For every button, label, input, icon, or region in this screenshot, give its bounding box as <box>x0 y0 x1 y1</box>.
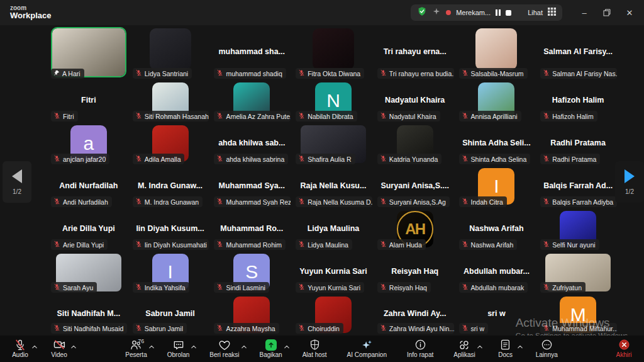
participant-tile[interactable]: Suryani Anisa,S....Suryani Anisa,S.Ag <box>374 166 456 209</box>
participant-tile[interactable]: Lidya MaulinaLidya Maulina <box>292 209 374 252</box>
participant-name-label: Andi Nurfadilah <box>51 196 112 207</box>
muted-mic-icon <box>543 112 550 120</box>
participant-tile[interactable]: Shafira Aulia R <box>292 123 374 166</box>
participant-tile[interactable]: Abdullah mubar...Abdullah mubarak <box>456 252 538 295</box>
participant-tile[interactable]: Choiruddin <box>292 295 374 336</box>
next-page-button[interactable]: 1/2 <box>615 161 644 203</box>
shield-check-icon[interactable] <box>417 6 427 19</box>
participant-tile[interactable]: AHAlam Huda <box>374 209 456 252</box>
participant-tile[interactable]: Muhammad Sya...Muhammad Syah Reza <box>211 166 292 209</box>
participant-tile[interactable]: Salman Al Farisy...Salman Al Farisy Nas.… <box>537 26 619 81</box>
participant-tile[interactable]: A Hari <box>48 26 130 81</box>
share-button[interactable]: Bagikan <box>256 336 286 362</box>
participant-tile[interactable]: Annisa Aprilliani <box>456 81 538 123</box>
meeting-info-button[interactable]: Info rapat <box>403 336 437 362</box>
participant-tile[interactable]: Radhi PratamaRadhi Pratama <box>537 123 619 166</box>
participant-tile[interactable]: Andi NurfadilahAndi Nurfadilah <box>48 166 130 209</box>
chevron-up-icon[interactable] <box>241 341 247 352</box>
participant-tile[interactable]: FitriFitri <box>48 81 130 123</box>
participant-tile[interactable]: Katdria Yunanda <box>374 123 456 166</box>
participant-tile[interactable]: Sabrun JamilSabrun Jamil <box>130 295 211 336</box>
participant-display-name: muhammad sha... <box>212 47 291 56</box>
participant-tile[interactable]: Balqis Farrah Ad...Balqis Farrah Adiyba <box>537 166 619 209</box>
participant-tile[interactable]: M. Indra Gunaw...M. Indra Gunawan <box>130 166 211 209</box>
participant-tile[interactable]: Sarah Ayu <box>48 252 130 295</box>
chevron-up-icon[interactable] <box>148 341 155 352</box>
participant-tile[interactable]: Shinta Adha Seli...Shinta Adha Selina <box>456 123 538 166</box>
participant-tile[interactable]: Zahra Windi Ay...Zahra Windi Ayu Nin... <box>374 295 456 336</box>
chevron-up-icon[interactable] <box>477 341 483 352</box>
participant-tile[interactable]: Lidya Santriani <box>130 26 211 81</box>
participant-tile[interactable]: Siti Rohmah Hasanah <box>130 81 211 123</box>
participant-tile[interactable]: MMuhammad Miftahur... <box>537 295 619 336</box>
participant-display-name: Muhammad Ro... <box>212 224 291 233</box>
minimize-button[interactable]: – <box>575 3 594 22</box>
participant-tile[interactable]: Raja Nella Kusu...Raja Nella Kusuma D... <box>292 166 374 209</box>
participant-name-label: Abdullah mubarak <box>459 282 528 293</box>
participant-tile[interactable]: Siti Nadhifah M...Siti Nadhifah Musaid <box>48 295 130 336</box>
toolbar-middle: 76PesertaObrolanBeri reaksiBagikanAlat h… <box>73 336 610 362</box>
chevron-up-icon[interactable] <box>191 341 197 352</box>
participant-label-text: Shinta Adha Selina <box>471 156 527 163</box>
participant-tile[interactable]: SSindi Lasmini <box>211 252 292 295</box>
participant-tile[interactable]: Muhammad Ro...Muhammad Rohim <box>211 209 292 252</box>
muted-mic-icon <box>53 324 60 332</box>
participant-tile[interactable]: Nadyatul KhairaNadyatul Khaira <box>374 81 456 123</box>
participant-tile[interactable]: Nashwa ArifahNashwa Arifah <box>456 209 538 252</box>
toolbar-item-label: Info rapat <box>407 351 433 358</box>
audio-button[interactable]: Audio <box>6 336 34 362</box>
participant-name-label: Lidya Santriani <box>133 68 192 79</box>
participant-name-label: Nashwa Arifah <box>459 239 518 250</box>
more-button[interactable]: Lainnya <box>532 336 562 362</box>
participant-tile[interactable]: Reisyah HaqReisyah Haq <box>374 252 456 295</box>
participant-tile[interactable]: Fitra Okta Diwana <box>292 26 374 81</box>
chevron-up-icon[interactable] <box>31 341 38 352</box>
restore-button[interactable] <box>597 3 616 22</box>
participant-tile[interactable]: Yuyun Kurnia SariYuyun Kurnia Sari <box>292 252 374 295</box>
participant-tile[interactable]: ahda khilwa sab...ahda khilwa sabrina <box>211 123 292 166</box>
chat-button[interactable]: Obrolan <box>164 336 194 362</box>
participant-tile[interactable]: Selfi Nur ayuni <box>537 209 619 252</box>
participant-tile[interactable]: aanjclan jafar20 <box>48 123 130 166</box>
participant-tile[interactable]: Adila Amalla <box>130 123 211 166</box>
close-button[interactable]: ✕ <box>620 3 639 22</box>
muted-mic-icon <box>53 198 60 206</box>
participant-tile[interactable]: Hafizoh HalimHafizoh Halim <box>537 81 619 123</box>
participant-tile[interactable]: Amelia Az Zahra Pute... <box>211 81 292 123</box>
video-button[interactable]: Video <box>45 336 73 362</box>
participant-tile[interactable]: IIndika Yahsifa <box>130 252 211 295</box>
chevron-up-icon[interactable] <box>70 341 77 352</box>
chevron-up-icon[interactable] <box>284 341 290 352</box>
participant-tile[interactable]: Zufriyatun <box>537 252 619 295</box>
grid-view-icon[interactable] <box>548 7 556 18</box>
participant-tile[interactable]: Salsabila-Masrum <box>456 26 538 81</box>
docs-button[interactable]: Docs <box>492 336 519 362</box>
chevron-up-icon[interactable] <box>517 341 523 352</box>
toolbar-right: Akhiri <box>610 336 638 362</box>
host-tools-button[interactable]: Alat host <box>299 336 331 362</box>
participant-tile[interactable]: sri wsri w <box>456 295 538 336</box>
stop-recording-button[interactable] <box>506 10 511 16</box>
reactions-button[interactable]: Beri reaksi <box>206 336 243 362</box>
muted-mic-icon <box>135 240 142 249</box>
muted-mic-icon <box>216 69 223 77</box>
participant-tile[interactable]: IIndah Citra <box>456 166 538 209</box>
participants-button[interactable]: 76Peserta <box>121 336 150 362</box>
ai-companion-button[interactable]: AI Companion <box>343 336 391 362</box>
participant-tile[interactable]: Iin Diyah Kusum...Iin Diyah Kusumahati <box>130 209 211 252</box>
apps-button[interactable]: Aplikasi <box>450 336 479 362</box>
participant-tile[interactable]: muhammad sha...muhammad shadiq <box>211 26 292 81</box>
participant-name-label: Nadyatul Khaira <box>377 111 440 122</box>
view-label[interactable]: Lihat <box>528 9 543 16</box>
participant-tile[interactable]: Tri rahayu erna...Tri rahayu erna budia.… <box>374 26 456 81</box>
participant-tile[interactable]: Azzahra Maysha <box>211 295 292 336</box>
participant-tile[interactable]: NNabilah Dibrata <box>292 81 374 123</box>
participant-name-label: Zahra Windi Ayu Nin... <box>377 323 454 334</box>
end-button[interactable]: Akhiri <box>610 336 638 362</box>
pause-recording-button[interactable] <box>496 9 501 16</box>
sparkle-icon[interactable] <box>432 7 441 18</box>
previous-page-button[interactable]: 1/2 <box>3 161 31 203</box>
participant-tile[interactable]: Arie Dilla YupiArie Dilla Yupi <box>48 209 130 252</box>
participant-avatar-image <box>475 28 517 70</box>
participant-label-text: Indika Yahsifa <box>145 284 186 291</box>
